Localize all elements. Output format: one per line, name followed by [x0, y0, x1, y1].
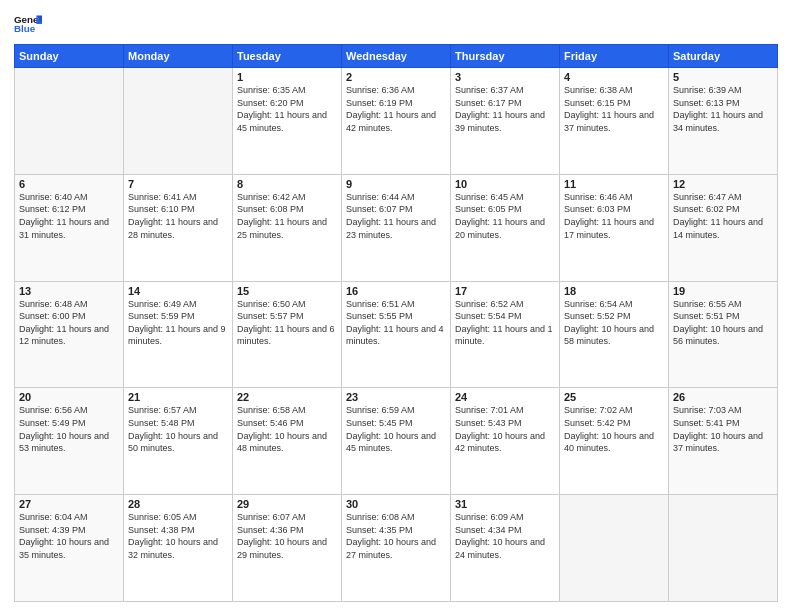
day-number: 26 — [673, 391, 773, 403]
calendar-cell: 19Sunrise: 6:55 AM Sunset: 5:51 PM Dayli… — [669, 281, 778, 388]
calendar-cell — [15, 68, 124, 175]
weekday-header: Thursday — [451, 45, 560, 68]
weekday-header: Friday — [560, 45, 669, 68]
day-number: 30 — [346, 498, 446, 510]
day-number: 3 — [455, 71, 555, 83]
calendar-cell: 12Sunrise: 6:47 AM Sunset: 6:02 PM Dayli… — [669, 174, 778, 281]
day-info: Sunrise: 6:37 AM Sunset: 6:17 PM Dayligh… — [455, 84, 555, 134]
calendar-cell: 16Sunrise: 6:51 AM Sunset: 5:55 PM Dayli… — [342, 281, 451, 388]
day-number: 6 — [19, 178, 119, 190]
day-info: Sunrise: 6:08 AM Sunset: 4:35 PM Dayligh… — [346, 511, 446, 561]
day-info: Sunrise: 6:49 AM Sunset: 5:59 PM Dayligh… — [128, 298, 228, 348]
day-number: 14 — [128, 285, 228, 297]
day-number: 16 — [346, 285, 446, 297]
day-info: Sunrise: 7:02 AM Sunset: 5:42 PM Dayligh… — [564, 404, 664, 454]
weekday-header: Tuesday — [233, 45, 342, 68]
day-info: Sunrise: 6:07 AM Sunset: 4:36 PM Dayligh… — [237, 511, 337, 561]
day-number: 29 — [237, 498, 337, 510]
day-info: Sunrise: 6:05 AM Sunset: 4:38 PM Dayligh… — [128, 511, 228, 561]
day-info: Sunrise: 6:59 AM Sunset: 5:45 PM Dayligh… — [346, 404, 446, 454]
calendar-table: SundayMondayTuesdayWednesdayThursdayFrid… — [14, 44, 778, 602]
day-number: 5 — [673, 71, 773, 83]
calendar-cell: 28Sunrise: 6:05 AM Sunset: 4:38 PM Dayli… — [124, 495, 233, 602]
day-number: 31 — [455, 498, 555, 510]
day-number: 27 — [19, 498, 119, 510]
weekday-header: Sunday — [15, 45, 124, 68]
day-number: 17 — [455, 285, 555, 297]
calendar-cell: 9Sunrise: 6:44 AM Sunset: 6:07 PM Daylig… — [342, 174, 451, 281]
calendar-cell: 15Sunrise: 6:50 AM Sunset: 5:57 PM Dayli… — [233, 281, 342, 388]
calendar-cell: 8Sunrise: 6:42 AM Sunset: 6:08 PM Daylig… — [233, 174, 342, 281]
day-info: Sunrise: 6:51 AM Sunset: 5:55 PM Dayligh… — [346, 298, 446, 348]
day-number: 13 — [19, 285, 119, 297]
day-info: Sunrise: 6:48 AM Sunset: 6:00 PM Dayligh… — [19, 298, 119, 348]
calendar-cell — [669, 495, 778, 602]
day-info: Sunrise: 7:01 AM Sunset: 5:43 PM Dayligh… — [455, 404, 555, 454]
day-info: Sunrise: 6:35 AM Sunset: 6:20 PM Dayligh… — [237, 84, 337, 134]
calendar-cell: 3Sunrise: 6:37 AM Sunset: 6:17 PM Daylig… — [451, 68, 560, 175]
day-number: 22 — [237, 391, 337, 403]
day-info: Sunrise: 6:55 AM Sunset: 5:51 PM Dayligh… — [673, 298, 773, 348]
calendar-cell: 21Sunrise: 6:57 AM Sunset: 5:48 PM Dayli… — [124, 388, 233, 495]
weekday-header: Saturday — [669, 45, 778, 68]
day-info: Sunrise: 6:09 AM Sunset: 4:34 PM Dayligh… — [455, 511, 555, 561]
calendar-cell: 4Sunrise: 6:38 AM Sunset: 6:15 PM Daylig… — [560, 68, 669, 175]
day-info: Sunrise: 6:47 AM Sunset: 6:02 PM Dayligh… — [673, 191, 773, 241]
logo-icon: General Blue — [14, 10, 42, 38]
calendar-cell: 23Sunrise: 6:59 AM Sunset: 5:45 PM Dayli… — [342, 388, 451, 495]
day-number: 20 — [19, 391, 119, 403]
day-number: 15 — [237, 285, 337, 297]
calendar-cell: 25Sunrise: 7:02 AM Sunset: 5:42 PM Dayli… — [560, 388, 669, 495]
day-number: 19 — [673, 285, 773, 297]
calendar-cell: 6Sunrise: 6:40 AM Sunset: 6:12 PM Daylig… — [15, 174, 124, 281]
day-info: Sunrise: 6:52 AM Sunset: 5:54 PM Dayligh… — [455, 298, 555, 348]
day-number: 11 — [564, 178, 664, 190]
calendar-cell: 24Sunrise: 7:01 AM Sunset: 5:43 PM Dayli… — [451, 388, 560, 495]
day-info: Sunrise: 6:56 AM Sunset: 5:49 PM Dayligh… — [19, 404, 119, 454]
calendar-cell: 26Sunrise: 7:03 AM Sunset: 5:41 PM Dayli… — [669, 388, 778, 495]
calendar-cell: 14Sunrise: 6:49 AM Sunset: 5:59 PM Dayli… — [124, 281, 233, 388]
calendar-cell: 2Sunrise: 6:36 AM Sunset: 6:19 PM Daylig… — [342, 68, 451, 175]
day-info: Sunrise: 6:45 AM Sunset: 6:05 PM Dayligh… — [455, 191, 555, 241]
svg-text:Blue: Blue — [14, 23, 36, 34]
calendar-cell: 30Sunrise: 6:08 AM Sunset: 4:35 PM Dayli… — [342, 495, 451, 602]
calendar-cell: 5Sunrise: 6:39 AM Sunset: 6:13 PM Daylig… — [669, 68, 778, 175]
day-info: Sunrise: 6:04 AM Sunset: 4:39 PM Dayligh… — [19, 511, 119, 561]
calendar-cell: 1Sunrise: 6:35 AM Sunset: 6:20 PM Daylig… — [233, 68, 342, 175]
calendar-cell: 20Sunrise: 6:56 AM Sunset: 5:49 PM Dayli… — [15, 388, 124, 495]
day-number: 7 — [128, 178, 228, 190]
calendar-cell: 31Sunrise: 6:09 AM Sunset: 4:34 PM Dayli… — [451, 495, 560, 602]
day-info: Sunrise: 6:41 AM Sunset: 6:10 PM Dayligh… — [128, 191, 228, 241]
day-number: 12 — [673, 178, 773, 190]
calendar-cell: 7Sunrise: 6:41 AM Sunset: 6:10 PM Daylig… — [124, 174, 233, 281]
calendar-cell: 27Sunrise: 6:04 AM Sunset: 4:39 PM Dayli… — [15, 495, 124, 602]
day-number: 9 — [346, 178, 446, 190]
calendar-cell — [124, 68, 233, 175]
day-number: 23 — [346, 391, 446, 403]
day-number: 18 — [564, 285, 664, 297]
day-info: Sunrise: 7:03 AM Sunset: 5:41 PM Dayligh… — [673, 404, 773, 454]
day-number: 1 — [237, 71, 337, 83]
day-info: Sunrise: 6:57 AM Sunset: 5:48 PM Dayligh… — [128, 404, 228, 454]
day-info: Sunrise: 6:50 AM Sunset: 5:57 PM Dayligh… — [237, 298, 337, 348]
day-info: Sunrise: 6:42 AM Sunset: 6:08 PM Dayligh… — [237, 191, 337, 241]
day-number: 2 — [346, 71, 446, 83]
day-info: Sunrise: 6:40 AM Sunset: 6:12 PM Dayligh… — [19, 191, 119, 241]
day-number: 8 — [237, 178, 337, 190]
day-info: Sunrise: 6:44 AM Sunset: 6:07 PM Dayligh… — [346, 191, 446, 241]
day-number: 25 — [564, 391, 664, 403]
day-number: 10 — [455, 178, 555, 190]
weekday-header: Monday — [124, 45, 233, 68]
day-number: 24 — [455, 391, 555, 403]
calendar-cell: 22Sunrise: 6:58 AM Sunset: 5:46 PM Dayli… — [233, 388, 342, 495]
calendar-cell: 18Sunrise: 6:54 AM Sunset: 5:52 PM Dayli… — [560, 281, 669, 388]
weekday-header: Wednesday — [342, 45, 451, 68]
day-number: 4 — [564, 71, 664, 83]
day-number: 28 — [128, 498, 228, 510]
day-info: Sunrise: 6:36 AM Sunset: 6:19 PM Dayligh… — [346, 84, 446, 134]
calendar-cell: 10Sunrise: 6:45 AM Sunset: 6:05 PM Dayli… — [451, 174, 560, 281]
calendar-cell: 29Sunrise: 6:07 AM Sunset: 4:36 PM Dayli… — [233, 495, 342, 602]
calendar-cell: 11Sunrise: 6:46 AM Sunset: 6:03 PM Dayli… — [560, 174, 669, 281]
day-info: Sunrise: 6:46 AM Sunset: 6:03 PM Dayligh… — [564, 191, 664, 241]
calendar-cell — [560, 495, 669, 602]
